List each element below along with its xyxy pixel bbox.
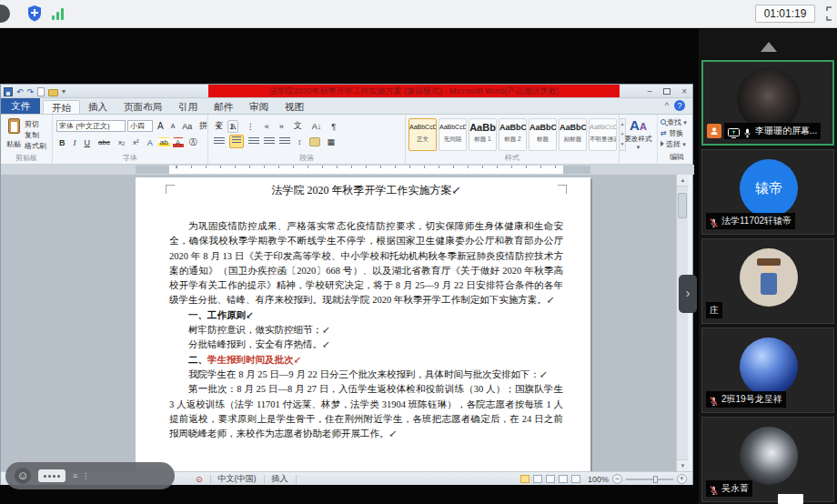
asian-layout-button[interactable]: 文: [291, 118, 305, 134]
shrink-font-button[interactable]: A: [168, 121, 178, 131]
undo-icon[interactable]: ↶: [16, 86, 24, 97]
zoom-out-button[interactable]: −: [612, 474, 622, 484]
shield-protect-icon[interactable]: [25, 5, 44, 23]
change-styles-group[interactable]: AA 更改样式 ▾: [620, 115, 658, 164]
justify-button[interactable]: [264, 137, 275, 146]
scroll-up-icon[interactable]: ▲: [677, 175, 689, 186]
tab-page-layout[interactable]: 页面布局: [116, 100, 170, 114]
print-layout-view-button[interactable]: [520, 475, 529, 483]
minimize-button[interactable]: −: [647, 86, 652, 96]
subscript-button[interactable]: x₂: [116, 136, 127, 148]
numbering-button[interactable]: 1.: [227, 120, 239, 133]
style-heading2[interactable]: AaBbC 标题 2: [499, 118, 527, 151]
language-status[interactable]: 中文(中国): [218, 473, 257, 485]
customize-qat-icon[interactable]: ▾: [62, 87, 66, 96]
help-icon[interactable]: ?: [674, 100, 685, 111]
participant-tile[interactable]: 2班19号龙呈祥: [701, 328, 834, 413]
distribute-button[interactable]: [279, 137, 290, 146]
restore-button[interactable]: [663, 88, 671, 95]
style-no-spacing[interactable]: AaBbCcDd 无间隔: [439, 118, 467, 151]
vertical-scrollbar[interactable]: ▲ ▼: [676, 175, 688, 471]
tab-mailings[interactable]: 邮件: [206, 100, 241, 114]
find-button[interactable]: 查找 ▾: [658, 117, 693, 128]
insert-mode-status[interactable]: 插入: [272, 473, 288, 485]
outline-view-button[interactable]: [559, 475, 568, 483]
network-signal-icon[interactable]: [52, 7, 66, 20]
highlight-button[interactable]: ab: [158, 137, 170, 147]
tab-references[interactable]: 引用: [170, 100, 206, 114]
redo-icon[interactable]: ↷: [27, 86, 35, 97]
zoom-slider-thumb[interactable]: [653, 476, 658, 483]
tab-view[interactable]: 视图: [277, 100, 312, 114]
fullscreen-reading-view-button[interactable]: [533, 475, 542, 483]
horizontal-ruler[interactable]: [1, 165, 694, 175]
participant-tile[interactable]: 吴永菁: [701, 417, 834, 502]
bullets-button[interactable]: •: [214, 120, 222, 133]
macro-record-icon[interactable]: ⊙: [196, 475, 203, 484]
participant-tile[interactable]: 辕帝 法学11702轩辕帝: [701, 149, 834, 235]
shading-button[interactable]: [309, 137, 320, 146]
zoom-level[interactable]: 100%: [588, 475, 609, 484]
zoom-in-button[interactable]: +: [677, 474, 687, 484]
enclose-char-button[interactable]: Ⓐ: [187, 135, 200, 150]
borders-button[interactable]: ▦: [325, 136, 338, 148]
increase-indent-button[interactable]: »: [277, 120, 287, 133]
style-normal[interactable]: AaBbCcDd 正文: [408, 118, 437, 151]
multilevel-list-button[interactable]: ⋮: [244, 120, 257, 133]
style-title[interactable]: AaBbC 标题: [529, 118, 557, 151]
bold-button[interactable]: B: [56, 136, 68, 149]
sort-button[interactable]: A↓: [309, 120, 325, 133]
ime-keyboard-icon[interactable]: [38, 469, 66, 482]
tab-file[interactable]: 文件: [1, 98, 40, 114]
strikethrough-button[interactable]: abc: [96, 136, 113, 148]
style-subtle-emphasis[interactable]: AaBbCcDd 不明显强调: [589, 118, 617, 151]
style-heading1[interactable]: AaBb 标题 1: [469, 118, 497, 151]
collapse-up-icon[interactable]: [761, 42, 777, 52]
panel-collapse-button[interactable]: ›: [679, 275, 697, 313]
change-case-button[interactable]: Aa: [179, 120, 195, 133]
word-titlebar[interactable]: ↶ ↷ ▾ 法学院2020年秋季开学工作实施方案 (兼容模式) - Micros…: [1, 85, 692, 98]
text-effects-button[interactable]: A: [145, 136, 156, 149]
superscript-button[interactable]: x²: [130, 136, 142, 148]
format-painter-button[interactable]: 格式刷: [25, 141, 46, 152]
decrease-indent-button[interactable]: «: [262, 120, 272, 133]
fullscreen-icon[interactable]: [826, 6, 837, 21]
minimize-ribbon-icon[interactable]: ^: [665, 101, 669, 110]
ime-smiley-icon[interactable]: ☺: [15, 468, 31, 484]
select-button[interactable]: 选择 ▾: [658, 139, 693, 150]
tab-review[interactable]: 审阅: [241, 100, 277, 114]
align-right-button[interactable]: [248, 137, 259, 146]
document-page[interactable]: 法学院 2020 年秋季开学工作实施方案↙ 为巩固疫情防控成果、严格落实常态化疫…: [136, 177, 590, 471]
font-size-select[interactable]: 小四: [127, 120, 153, 132]
floating-ime-toolbar[interactable]: ☺ ≡ ⋮: [5, 462, 175, 489]
style-subtitle[interactable]: AaBbC 副标题: [559, 118, 587, 151]
font-color-button[interactable]: A: [173, 137, 184, 148]
cut-button[interactable]: 剪切: [25, 119, 46, 130]
open-folder-icon[interactable]: [48, 89, 58, 96]
document-area[interactable]: 法学院 2020 年秋季开学工作实施方案↙ 为巩固疫情防控成果、严格落实常态化疫…: [1, 175, 681, 471]
zoom-slider[interactable]: [626, 479, 673, 480]
web-layout-view-button[interactable]: [546, 475, 555, 483]
line-spacing-button[interactable]: ↕: [295, 136, 305, 148]
italic-button[interactable]: I: [71, 136, 79, 149]
underline-button[interactable]: U: [82, 136, 94, 149]
grow-font-button[interactable]: A: [155, 119, 166, 133]
save-icon[interactable]: [4, 87, 13, 96]
copy-button[interactable]: 复制: [25, 130, 46, 141]
font-family-select[interactable]: 宋体 (中文正文): [56, 120, 126, 132]
draft-view-button[interactable]: [571, 475, 580, 483]
paste-button[interactable]: 粘贴: [5, 118, 23, 150]
show-marks-button[interactable]: ¶: [328, 120, 338, 133]
scrollbar-thumb[interactable]: [678, 193, 687, 218]
align-left-button[interactable]: [214, 137, 225, 146]
participant-tile-presenter[interactable]: 李珊珊的屏幕...: [701, 60, 834, 146]
scroll-down-icon[interactable]: ▼: [677, 459, 689, 471]
align-center-button[interactable]: [229, 135, 244, 148]
replace-button[interactable]: ⇄ 替换: [658, 128, 693, 139]
close-button[interactable]: ×: [681, 86, 687, 96]
tab-insert[interactable]: 插入: [80, 100, 116, 114]
new-document-icon[interactable]: [37, 87, 45, 96]
participant-tile[interactable]: 庄: [701, 238, 834, 324]
tab-home[interactable]: 开始: [43, 100, 80, 114]
participants-panel: 李珊珊的屏幕... 辕帝 法学11702轩辕帝 庄: [699, 29, 837, 504]
